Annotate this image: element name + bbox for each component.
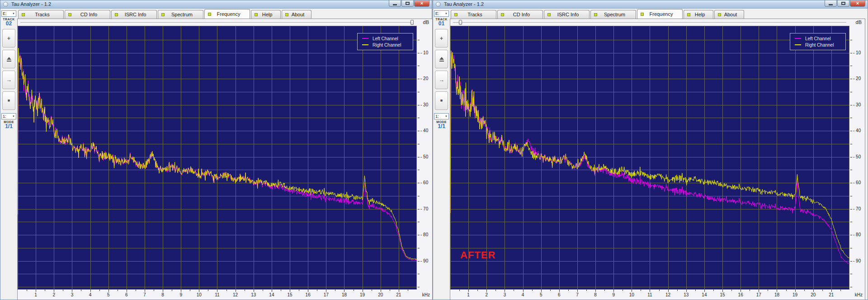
- y-tick: [850, 40, 852, 40]
- tab-about[interactable]: About: [714, 10, 744, 19]
- stop-button[interactable]: ■: [2, 91, 15, 110]
- x-tick: [750, 290, 750, 291]
- close-button[interactable]: ×: [414, 0, 429, 7]
- tab-spectrum[interactable]: Spectrum: [590, 10, 636, 19]
- x-tick-label: 10: [197, 292, 202, 297]
- track-select[interactable]: 1:▼: [1, 113, 16, 119]
- tab-isrc-info[interactable]: ISRC Info: [544, 10, 590, 19]
- tab-spectrum[interactable]: Spectrum: [158, 10, 203, 19]
- y-tick: [418, 144, 420, 144]
- x-tick-label: 21: [396, 292, 401, 297]
- x-tick: [677, 290, 678, 291]
- tab-tracks[interactable]: Tracks: [18, 10, 64, 19]
- x-tick: [308, 290, 308, 292]
- titlebar[interactable]: Tau Analyzer - 1.2 ×: [0, 0, 432, 9]
- x-tick-label: 4: [522, 292, 524, 297]
- add-track-button[interactable]: +: [2, 29, 15, 48]
- tab-frequency[interactable]: Frequency: [204, 9, 250, 19]
- tab-tracks[interactable]: Tracks: [451, 10, 496, 19]
- tab-cd-info[interactable]: CD Info: [65, 10, 110, 19]
- y-tick: [418, 274, 420, 274]
- arrow-right-icon: →: [6, 77, 12, 83]
- maximize-button[interactable]: [837, 0, 849, 7]
- track-number: 02: [0, 21, 17, 27]
- eject-button[interactable]: [435, 50, 448, 68]
- minimize-button[interactable]: [825, 0, 837, 7]
- x-tick: [163, 290, 163, 292]
- x-tick: [495, 290, 496, 291]
- x-tick: [731, 290, 732, 291]
- x-tick: [290, 290, 290, 292]
- x-tick: [390, 290, 390, 291]
- slider-thumb[interactable]: [410, 20, 414, 25]
- spectrum-plot-svg: [450, 26, 849, 290]
- close-button[interactable]: ×: [850, 0, 865, 7]
- x-tick-label: 14: [702, 292, 707, 297]
- track-number: 01: [433, 21, 450, 27]
- x-tick: [668, 290, 669, 292]
- x-tick-label: 21: [829, 292, 834, 297]
- maximize-icon: [406, 2, 410, 5]
- x-tick-label: 8: [161, 292, 164, 297]
- x-tick: [54, 290, 54, 292]
- minimize-button[interactable]: [389, 0, 401, 7]
- y-tick-label: - 70: [853, 206, 861, 211]
- x-tick: [372, 290, 372, 291]
- drive-select[interactable]: E:▼: [434, 10, 449, 17]
- y-tick: [850, 183, 852, 183]
- x-tick: [45, 290, 45, 291]
- x-tick: [550, 290, 551, 291]
- tab-cd-info[interactable]: CD Info: [497, 10, 543, 19]
- tab-bar: Tracks CD Info ISRC Info Spectrum Freque…: [18, 9, 431, 19]
- legend: Left Channel Right Channel: [790, 33, 846, 50]
- maximize-button[interactable]: [401, 0, 414, 7]
- tab-isrc-info[interactable]: ISRC Info: [111, 10, 157, 19]
- x-tick: [514, 290, 514, 291]
- y-axis-unit: dB: [423, 19, 429, 25]
- window-title: Tau Analyzer - 1.2: [11, 1, 51, 7]
- y-tick: [418, 170, 420, 170]
- tab-marker-icon: [285, 13, 288, 16]
- y-tick: [850, 170, 852, 170]
- y-tick: [850, 92, 852, 92]
- slider-track[interactable]: [453, 22, 846, 23]
- y-tick-label: - 50: [420, 154, 428, 159]
- x-tick: [272, 290, 272, 292]
- x-tick: [459, 290, 460, 291]
- eject-button[interactable]: [2, 50, 15, 68]
- tab-help[interactable]: Help: [684, 10, 713, 19]
- x-tick: [468, 290, 469, 292]
- drive-select[interactable]: E:▼: [1, 10, 16, 17]
- add-track-button[interactable]: +: [435, 29, 448, 48]
- x-tick-label: 10: [629, 292, 634, 297]
- y-tick-label: - 80: [420, 232, 428, 237]
- tab-help[interactable]: Help: [251, 10, 281, 19]
- titlebar[interactable]: Tau Analyzer - 1.2 ×: [433, 0, 868, 9]
- slider-track[interactable]: [20, 22, 414, 23]
- tab-marker-icon: [454, 13, 458, 16]
- x-tick-label: 20: [378, 292, 383, 297]
- y-tick-label: - 10: [853, 50, 861, 55]
- x-tick: [577, 290, 578, 292]
- x-tick: [759, 290, 759, 292]
- x-tick: [127, 290, 127, 292]
- tab-about[interactable]: About: [282, 10, 311, 19]
- y-tick-label: - 80: [853, 232, 861, 237]
- x-tick: [172, 290, 172, 291]
- y-tick: [418, 196, 420, 196]
- y-tick: [850, 222, 852, 222]
- y-tick: [850, 287, 852, 287]
- x-tick-label: 12: [233, 292, 238, 297]
- next-button[interactable]: →: [435, 71, 448, 89]
- x-tick-label: 15: [720, 292, 725, 297]
- x-tick-label: 1: [467, 292, 470, 297]
- next-button[interactable]: →: [2, 71, 15, 89]
- stop-button[interactable]: ■: [435, 91, 448, 110]
- tab-frequency[interactable]: Frequency: [637, 9, 683, 19]
- x-tick-label: 5: [540, 292, 542, 297]
- y-tick: [418, 118, 420, 118]
- y-tick: [850, 105, 852, 105]
- slider-thumb[interactable]: [459, 20, 462, 25]
- annotation-text: AFTER: [460, 249, 495, 261]
- track-select[interactable]: 1:▼: [434, 113, 449, 119]
